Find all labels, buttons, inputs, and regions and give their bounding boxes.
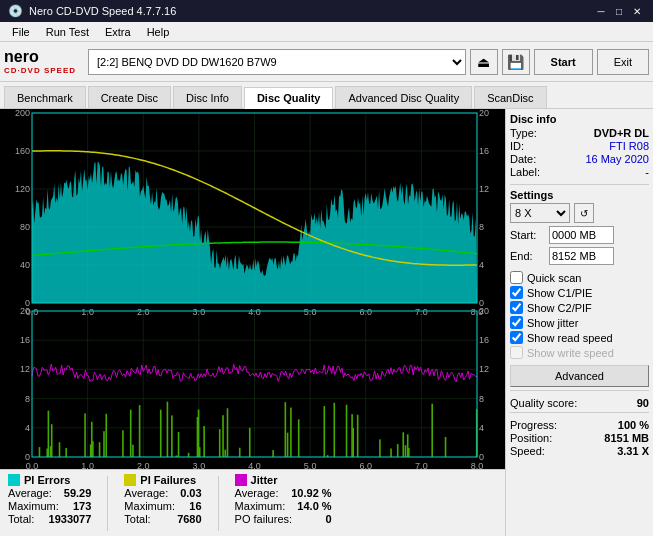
pi-errors-max-value: 173 — [73, 500, 91, 512]
speed-select[interactable]: 8 X — [510, 203, 570, 223]
jitter-avg-row: Average: 10.92 % — [235, 487, 332, 499]
disc-date-value: 16 May 2020 — [585, 153, 649, 165]
pi-errors-avg-row: Average: 59.29 — [8, 487, 91, 499]
pi-errors-title: PI Errors — [24, 474, 70, 486]
title-bar: 💿 Nero CD-DVD Speed 4.7.7.16 ─ □ ✕ — [0, 0, 653, 22]
pi-errors-avg-label: Average: — [8, 487, 52, 499]
show-read-speed-checkbox[interactable] — [510, 331, 523, 344]
charts-area — [0, 109, 505, 469]
settings-section: Settings 8 X ↺ Start: End: — [510, 189, 649, 265]
show-read-speed-row: Show read speed — [510, 331, 649, 344]
quick-scan-checkbox[interactable] — [510, 271, 523, 284]
tab-benchmark[interactable]: Benchmark — [4, 86, 86, 108]
menu-help[interactable]: Help — [139, 24, 178, 40]
app-icon: 💿 — [8, 4, 23, 18]
pi-failures-title: PI Failures — [140, 474, 196, 486]
checkboxes-section: Quick scan Show C1/PIE Show C2/PIF Show … — [510, 271, 649, 359]
pi-errors-total-label: Total: — [8, 513, 34, 525]
menu-extra[interactable]: Extra — [97, 24, 139, 40]
disc-date-label: Date: — [510, 153, 536, 165]
pi-failures-max-label: Maximum: — [124, 500, 175, 512]
po-failures-label: PO failures: — [235, 513, 292, 525]
jitter-avg-label: Average: — [235, 487, 279, 499]
tab-bar: Benchmark Create Disc Disc Info Disc Qua… — [0, 82, 653, 109]
position-value: 8151 MB — [604, 432, 649, 444]
pi-errors-max-row: Maximum: 173 — [8, 500, 91, 512]
po-failures-row: PO failures: 0 — [235, 513, 332, 525]
pi-failures-max-row: Maximum: 16 — [124, 500, 201, 512]
start-label: Start: — [510, 229, 545, 241]
quick-scan-label: Quick scan — [527, 272, 581, 284]
pi-errors-color — [8, 474, 20, 486]
save-button[interactable]: 💾 — [502, 49, 530, 75]
show-write-speed-label: Show write speed — [527, 347, 614, 359]
tab-scandisc[interactable]: ScanDisc — [474, 86, 546, 108]
speed-row: Speed: 3.31 X — [510, 445, 649, 457]
main-area: PI Errors Average: 59.29 Maximum: 173 To… — [0, 109, 653, 536]
progress-value: 100 % — [618, 419, 649, 431]
disc-id-value: FTI R08 — [609, 140, 649, 152]
minimize-button[interactable]: ─ — [593, 3, 609, 19]
legend-container: PI Errors Average: 59.29 Maximum: 173 To… — [0, 470, 505, 536]
quick-scan-row: Quick scan — [510, 271, 649, 284]
refresh-button[interactable]: ↺ — [574, 203, 594, 223]
progress-label: Progress: — [510, 419, 557, 431]
start-input[interactable] — [549, 226, 614, 244]
menu-file[interactable]: File — [4, 24, 38, 40]
jitter-max-value: 14.0 % — [297, 500, 331, 512]
advanced-button[interactable]: Advanced — [510, 365, 649, 387]
po-failures-value: 0 — [325, 513, 331, 525]
maximize-button[interactable]: □ — [611, 3, 627, 19]
pi-failures-total-row: Total: 7680 — [124, 513, 201, 525]
exit-button[interactable]: Exit — [597, 49, 649, 75]
pi-errors-legend: PI Errors Average: 59.29 Maximum: 173 To… — [8, 474, 91, 533]
jitter-avg-value: 10.92 % — [291, 487, 331, 499]
quality-score-label: Quality score: — [510, 397, 577, 409]
disc-label-label: Label: — [510, 166, 540, 178]
drive-select[interactable]: [2:2] BENQ DVD DD DW1620 B7W9 — [88, 49, 466, 75]
end-field-row: End: — [510, 247, 649, 265]
show-write-speed-row: Show write speed — [510, 346, 649, 359]
tab-create-disc[interactable]: Create Disc — [88, 86, 171, 108]
jitter-legend: Jitter Average: 10.92 % Maximum: 14.0 % … — [235, 474, 332, 533]
title-bar-text: Nero CD-DVD Speed 4.7.7.16 — [29, 5, 176, 17]
logo: nero CD·DVD SPEED — [4, 48, 76, 75]
show-c1-pie-label: Show C1/PIE — [527, 287, 592, 299]
position-row: Position: 8151 MB — [510, 432, 649, 444]
pi-failures-avg-label: Average: — [124, 487, 168, 499]
show-jitter-checkbox[interactable] — [510, 316, 523, 329]
speed-value: 3.31 X — [617, 445, 649, 457]
close-button[interactable]: ✕ — [629, 3, 645, 19]
disc-type-row: Type: DVD+R DL — [510, 127, 649, 139]
start-field-row: Start: — [510, 226, 649, 244]
tab-disc-info[interactable]: Disc Info — [173, 86, 242, 108]
tab-disc-quality[interactable]: Disc Quality — [244, 87, 334, 109]
position-label: Position: — [510, 432, 552, 444]
pi-errors-total-value: 1933077 — [49, 513, 92, 525]
speed-label: Speed: — [510, 445, 545, 457]
start-button[interactable]: Start — [534, 49, 593, 75]
toolbar: nero CD·DVD SPEED [2:2] BENQ DVD DD DW16… — [0, 42, 653, 82]
disc-id-row: ID: FTI R08 — [510, 140, 649, 152]
eject-button[interactable]: ⏏ — [470, 49, 498, 75]
pi-failures-color — [124, 474, 136, 486]
show-jitter-row: Show jitter — [510, 316, 649, 329]
main-chart — [0, 109, 505, 469]
quality-score-row: Quality score: 90 — [510, 397, 649, 409]
show-c2-pif-row: Show C2/PIF — [510, 301, 649, 314]
show-c2-pif-checkbox[interactable] — [510, 301, 523, 314]
tab-advanced-disc-quality[interactable]: Advanced Disc Quality — [335, 86, 472, 108]
menu-bar: File Run Test Extra Help — [0, 22, 653, 42]
show-c1-pie-checkbox[interactable] — [510, 286, 523, 299]
end-input[interactable] — [549, 247, 614, 265]
jitter-max-label: Maximum: — [235, 500, 286, 512]
pi-failures-avg-row: Average: 0.03 — [124, 487, 201, 499]
side-panel: Disc info Type: DVD+R DL ID: FTI R08 Dat… — [505, 109, 653, 536]
disc-date-row: Date: 16 May 2020 — [510, 153, 649, 165]
disc-id-label: ID: — [510, 140, 524, 152]
pi-errors-avg-value: 59.29 — [64, 487, 92, 499]
menu-run-test[interactable]: Run Test — [38, 24, 97, 40]
pi-failures-avg-value: 0.03 — [180, 487, 201, 499]
pi-errors-total-row: Total: 1933077 — [8, 513, 91, 525]
show-jitter-label: Show jitter — [527, 317, 578, 329]
